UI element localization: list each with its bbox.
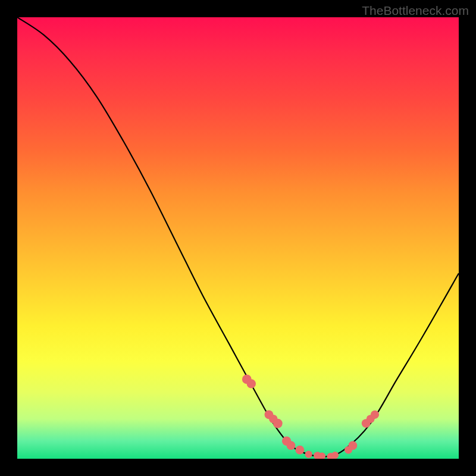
- curve-marker: [273, 419, 283, 428]
- curve-marker: [247, 379, 256, 388]
- curve-marker: [371, 411, 379, 419]
- chart-svg: [17, 17, 459, 459]
- curve-markers-group: [242, 375, 379, 459]
- curve-marker: [287, 441, 296, 450]
- chart-area: [17, 17, 459, 459]
- curve-marker: [331, 452, 339, 459]
- curve-marker: [295, 446, 304, 455]
- curve-marker: [349, 441, 358, 450]
- curve-marker: [305, 451, 312, 458]
- bottleneck-curve: [17, 17, 459, 457]
- watermark-text: TheBottleneck.com: [362, 4, 469, 18]
